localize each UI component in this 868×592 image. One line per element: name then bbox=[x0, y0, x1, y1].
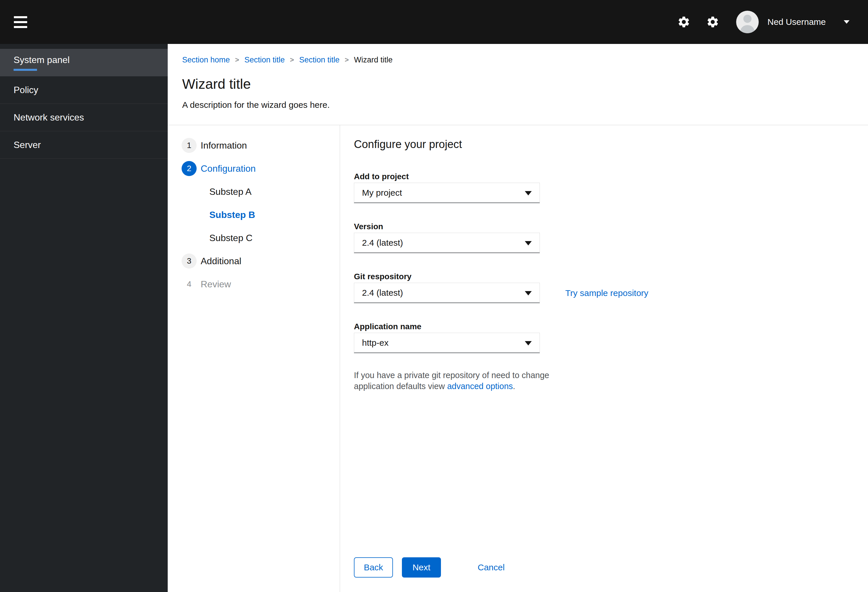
form-group-version: Version 2.4 (latest) bbox=[354, 222, 868, 253]
select-value: My project bbox=[362, 188, 402, 198]
form-group-git-repository: Git respository 2.4 (latest) Try sample … bbox=[354, 272, 868, 303]
hamburger-icon bbox=[14, 16, 27, 18]
wizard-footer: Back Next Cancel bbox=[354, 557, 868, 577]
next-button[interactable]: Next bbox=[402, 557, 441, 577]
caret-down-icon bbox=[525, 341, 532, 345]
sidebar: System panel Policy Network services Ser… bbox=[0, 44, 168, 592]
select-value: http-ex bbox=[362, 338, 388, 348]
active-indicator bbox=[13, 69, 37, 71]
wizard-step-review: 4 Review bbox=[182, 273, 340, 296]
chevron-right-icon: > bbox=[345, 55, 349, 65]
form-heading: Configure your project bbox=[354, 137, 868, 151]
wizard-substep-b[interactable]: Substep B bbox=[182, 203, 340, 226]
back-button[interactable]: Back bbox=[354, 557, 393, 577]
form-group-application-name: Application name http-ex bbox=[354, 322, 868, 353]
sidebar-item-label: Policy bbox=[13, 85, 168, 95]
avatar[interactable] bbox=[736, 11, 759, 33]
sidebar-item-system-panel[interactable]: System panel bbox=[0, 49, 168, 76]
username[interactable]: Ned Username bbox=[768, 17, 826, 27]
chevron-down-icon[interactable] bbox=[844, 20, 849, 24]
try-sample-repository-link[interactable]: Try sample repository bbox=[565, 288, 648, 298]
caret-down-icon bbox=[525, 191, 532, 195]
add-to-project-select[interactable]: My project bbox=[354, 183, 540, 203]
step-number-badge: 4 bbox=[182, 277, 196, 292]
wizard: 1 Information 2 Configuration Substep A … bbox=[168, 125, 868, 592]
breadcrumb-link-section-title-1[interactable]: Section title bbox=[244, 55, 285, 65]
wizard-step-configuration[interactable]: 2 Configuration bbox=[182, 157, 340, 180]
field-label: Application name bbox=[354, 322, 868, 332]
select-value: 2.4 (latest) bbox=[362, 238, 403, 248]
wizard-step-information[interactable]: 1 Information bbox=[182, 134, 340, 157]
chevron-right-icon: > bbox=[290, 55, 294, 65]
wizard-step-additional[interactable]: 3 Additional bbox=[182, 249, 340, 273]
menu-toggle-button[interactable] bbox=[14, 16, 27, 28]
version-select[interactable]: 2.4 (latest) bbox=[354, 233, 540, 253]
application-window: Ned Username System panel Policy Network… bbox=[0, 0, 868, 592]
breadcrumb: Section home > Section title > Section t… bbox=[182, 55, 853, 65]
sidebar-item-network-services[interactable]: Network services bbox=[0, 104, 168, 131]
sidebar-item-policy[interactable]: Policy bbox=[0, 76, 168, 104]
wizard-substep-c[interactable]: Substep C bbox=[182, 226, 340, 249]
wizard-body: Configure your project Add to project My… bbox=[340, 125, 868, 592]
settings-gear-icon-2[interactable] bbox=[706, 15, 720, 29]
field-label: Version bbox=[354, 222, 868, 232]
advanced-options-link[interactable]: advanced options bbox=[447, 382, 513, 391]
settings-gear-icon[interactable] bbox=[677, 15, 691, 29]
page-description: A description for the wizard goes here. bbox=[182, 99, 853, 111]
git-repository-select[interactable]: 2.4 (latest) bbox=[354, 283, 540, 303]
main-content: Section home > Section title > Section t… bbox=[168, 44, 868, 592]
field-label: Git respository bbox=[354, 272, 868, 282]
page-header: Section home > Section title > Section t… bbox=[168, 44, 868, 125]
wizard-step-nav: 1 Information 2 Configuration Substep A … bbox=[168, 125, 340, 592]
masthead-toolbar: Ned Username bbox=[677, 11, 849, 33]
sidebar-item-label: System panel bbox=[13, 55, 168, 65]
helper-text: If you have a private git repository of … bbox=[354, 370, 558, 392]
wizard-substep-a[interactable]: Substep A bbox=[182, 180, 340, 203]
application-name-select[interactable]: http-ex bbox=[354, 333, 540, 353]
cancel-button[interactable]: Cancel bbox=[478, 562, 505, 572]
breadcrumb-current: Wizard title bbox=[354, 55, 393, 65]
field-label: Add to project bbox=[354, 172, 868, 182]
page-title: Wizard title bbox=[182, 76, 853, 93]
caret-down-icon bbox=[525, 291, 532, 295]
form-group-add-to-project: Add to project My project bbox=[354, 172, 868, 203]
breadcrumb-link-section-home[interactable]: Section home bbox=[182, 55, 230, 65]
sidebar-item-label: Server bbox=[13, 140, 168, 150]
masthead: Ned Username bbox=[0, 0, 868, 44]
sidebar-item-server[interactable]: Server bbox=[0, 131, 168, 159]
step-number-badge: 2 bbox=[182, 161, 196, 176]
select-value: 2.4 (latest) bbox=[362, 288, 403, 298]
caret-down-icon bbox=[525, 241, 532, 245]
sidebar-item-label: Network services bbox=[13, 112, 168, 123]
chevron-right-icon: > bbox=[235, 55, 239, 65]
breadcrumb-link-section-title-2[interactable]: Section title bbox=[299, 55, 340, 65]
step-number-badge: 3 bbox=[182, 254, 196, 269]
step-number-badge: 1 bbox=[182, 138, 196, 153]
